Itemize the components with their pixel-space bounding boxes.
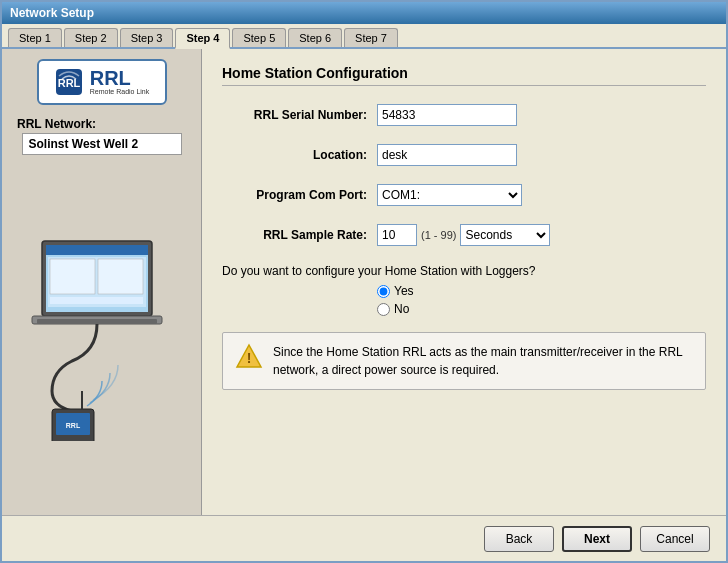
radio-yes-label: Yes (394, 284, 414, 298)
serial-number-label: RRL Serial Number: (222, 108, 377, 122)
sample-rate-controls: (1 - 99) Seconds Minutes Hours (377, 224, 550, 246)
radio-no-option[interactable]: No (377, 302, 706, 316)
com-port-select[interactable]: COM1: COM2: COM3: COM4: (377, 184, 522, 206)
radio-yes-option[interactable]: Yes (377, 284, 706, 298)
serial-number-input[interactable] (377, 104, 517, 126)
tab-step6[interactable]: Step 6 (288, 28, 342, 47)
svg-rect-4 (46, 245, 148, 255)
location-input[interactable] (377, 144, 517, 166)
main-window: Network Setup Step 1 Step 2 Step 3 Step … (0, 0, 728, 563)
right-panel: Home Station Configuration RRL Serial Nu… (202, 49, 726, 515)
radio-yes-input[interactable] (377, 285, 390, 298)
com-port-row: Program Com Port: COM1: COM2: COM3: COM4… (222, 184, 706, 206)
tab-step1[interactable]: Step 1 (8, 28, 62, 47)
radio-group: Yes No (377, 284, 706, 316)
rrl-brand-name: RRL (90, 68, 150, 88)
radio-no-input[interactable] (377, 303, 390, 316)
sample-rate-unit-select[interactable]: Seconds Minutes Hours (460, 224, 550, 246)
rrl-logo-text: RRL Remote Radio Link (90, 68, 150, 96)
sample-rate-input[interactable] (377, 224, 417, 246)
svg-rect-8 (50, 297, 143, 304)
network-label: RRL Network: (17, 117, 96, 131)
title-bar: Network Setup (2, 2, 726, 24)
window-title: Network Setup (10, 6, 94, 20)
warning-box: ! Since the Home Station RRL acts as the… (222, 332, 706, 390)
next-button[interactable]: Next (562, 526, 632, 552)
rrl-brand-subtitle: Remote Radio Link (90, 88, 150, 96)
laptop-illustration: RRL (22, 167, 182, 505)
rrl-logo: RRL RRL Remote Radio Link (37, 59, 167, 105)
warning-text: Since the Home Station RRL acts as the m… (273, 343, 693, 379)
location-label: Location: (222, 148, 377, 162)
svg-rect-7 (98, 259, 143, 294)
sample-rate-label: RRL Sample Rate: (222, 228, 377, 242)
tab-bar: Step 1 Step 2 Step 3 Step 4 Step 5 Step … (2, 24, 726, 49)
left-panel: RRL RRL Remote Radio Link RRL Network: S… (2, 49, 202, 515)
section-title: Home Station Configuration (222, 65, 706, 86)
configure-question: Do you want to configure your Home Stati… (222, 264, 706, 278)
svg-rect-10 (37, 319, 157, 324)
svg-rect-6 (50, 259, 95, 294)
tab-step5[interactable]: Step 5 (232, 28, 286, 47)
serial-number-row: RRL Serial Number: (222, 104, 706, 126)
back-button[interactable]: Back (484, 526, 554, 552)
cancel-button[interactable]: Cancel (640, 526, 710, 552)
network-name-box: Solinst West Well 2 (22, 133, 182, 155)
tab-step7[interactable]: Step 7 (344, 28, 398, 47)
sample-rate-row: RRL Sample Rate: (1 - 99) Seconds Minute… (222, 224, 706, 246)
sample-rate-range: (1 - 99) (421, 229, 456, 241)
svg-text:RRL: RRL (65, 422, 80, 429)
network-name: Solinst West Well 2 (29, 137, 139, 151)
rrl-logo-icon: RRL (54, 67, 84, 97)
configure-question-row: Do you want to configure your Home Stati… (222, 264, 706, 316)
svg-text:!: ! (247, 350, 252, 366)
com-port-label: Program Com Port: (222, 188, 377, 202)
svg-text:RRL: RRL (57, 77, 80, 89)
radio-no-label: No (394, 302, 409, 316)
content-area: RRL RRL Remote Radio Link RRL Network: S… (2, 49, 726, 515)
tab-step3[interactable]: Step 3 (120, 28, 174, 47)
laptop-svg: RRL (22, 231, 182, 441)
button-bar: Back Next Cancel (2, 515, 726, 561)
warning-icon: ! (235, 343, 263, 371)
tab-step2[interactable]: Step 2 (64, 28, 118, 47)
location-row: Location: (222, 144, 706, 166)
tab-step4[interactable]: Step 4 (175, 28, 230, 49)
